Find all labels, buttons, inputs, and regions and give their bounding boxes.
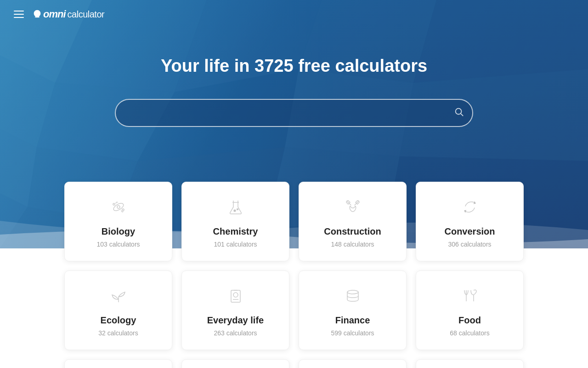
search-icon xyxy=(454,107,464,117)
category-card-partial-3[interactable] xyxy=(299,359,407,368)
svg-point-20 xyxy=(456,108,462,114)
category-card-partial-4[interactable] xyxy=(416,359,524,368)
everyday-icon xyxy=(225,285,247,307)
categories-row-2: Ecology 32 calculators Everyday life 263… xyxy=(64,270,524,350)
category-card-food[interactable]: Food 68 calculators xyxy=(416,270,524,350)
search-container xyxy=(115,99,473,127)
hero-content: Your life in 3725 free calculators xyxy=(0,29,588,127)
svg-point-24 xyxy=(113,203,115,205)
category-card-biology[interactable]: Biology 103 calculators xyxy=(64,182,172,261)
category-card-partial-1[interactable] xyxy=(64,359,172,368)
biology-icon xyxy=(107,196,130,218)
svg-point-28 xyxy=(237,209,238,210)
categories-section: Biology 103 calculators Chemistry 101 ca… xyxy=(0,248,588,368)
everyday-title: Everyday life xyxy=(207,315,264,326)
categories-row-1: Biology 103 calculators Chemistry 101 ca… xyxy=(64,182,524,261)
finance-count: 599 calculators xyxy=(331,329,374,337)
conversion-title: Conversion xyxy=(444,226,495,237)
search-input[interactable] xyxy=(115,99,473,127)
svg-point-23 xyxy=(117,206,120,208)
logo-omni-text: omni xyxy=(43,8,66,20)
hero-title: Your life in 3725 free calculators xyxy=(161,56,427,76)
biology-count: 103 calculators xyxy=(96,241,140,248)
construction-count: 148 calculators xyxy=(331,241,374,248)
logo-icon xyxy=(32,9,42,19)
category-card-everyday-life[interactable]: Everyday life 263 calculators xyxy=(181,270,289,350)
category-card-conversion[interactable]: Conversion 306 calculators xyxy=(416,182,524,261)
logo-calculator-text: calculator xyxy=(68,9,105,20)
chemistry-icon xyxy=(225,196,247,218)
svg-point-33 xyxy=(347,290,358,294)
category-card-construction[interactable]: Construction 148 calculators xyxy=(299,182,407,261)
categories-row-3 xyxy=(64,359,524,368)
svg-rect-29 xyxy=(231,290,240,302)
finance-title: Finance xyxy=(335,315,370,326)
ecology-title: Ecology xyxy=(101,315,136,326)
biology-title: Biology xyxy=(102,226,135,237)
construction-title: Construction xyxy=(324,226,381,237)
chemistry-title: Chemistry xyxy=(213,226,258,237)
category-card-chemistry[interactable]: Chemistry 101 calculators xyxy=(181,182,289,261)
navbar: omni calculator xyxy=(0,0,588,29)
conversion-count: 306 calculators xyxy=(448,241,491,248)
category-card-finance[interactable]: Finance 599 calculators xyxy=(299,270,407,350)
construction-icon xyxy=(342,196,364,218)
category-card-ecology[interactable]: Ecology 32 calculators xyxy=(64,270,172,350)
finance-icon xyxy=(342,285,364,307)
ecology-icon xyxy=(107,285,130,307)
search-button[interactable] xyxy=(454,107,464,120)
svg-point-30 xyxy=(233,293,238,297)
food-title: Food xyxy=(458,315,481,326)
svg-point-25 xyxy=(122,209,124,211)
ecology-count: 32 calculators xyxy=(98,329,138,337)
hamburger-menu[interactable] xyxy=(14,11,24,18)
site-logo[interactable]: omni calculator xyxy=(32,8,104,20)
svg-line-21 xyxy=(461,114,463,116)
food-count: 68 calculators xyxy=(450,329,489,337)
food-icon xyxy=(459,285,481,307)
conversion-icon xyxy=(459,196,481,218)
svg-point-27 xyxy=(234,210,236,212)
chemistry-count: 101 calculators xyxy=(214,241,257,248)
everyday-count: 263 calculators xyxy=(214,329,257,337)
category-card-partial-2[interactable] xyxy=(181,359,289,368)
